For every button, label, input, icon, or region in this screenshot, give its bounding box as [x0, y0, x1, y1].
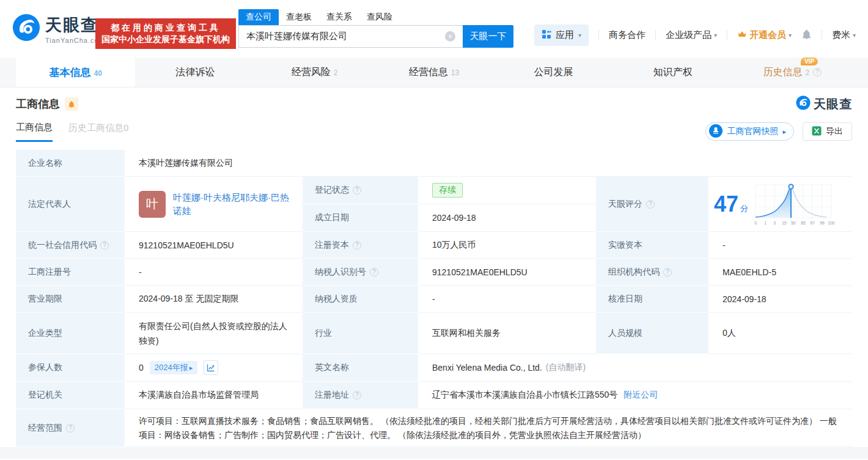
reg-address-value: 辽宁省本溪市本溪满族自治县小市镇长江路550号 [432, 390, 617, 401]
field-label: 天眼评分 ? [596, 177, 709, 232]
tab-intellectual-property[interactable]: 知识产权 [613, 58, 732, 87]
search-tab-company[interactable]: 查公司 [238, 9, 279, 25]
trend-chart-icon[interactable] [204, 360, 218, 375]
apps-menu-label: 应用 [556, 29, 574, 41]
excel-icon [812, 126, 822, 138]
stamp-icon [709, 124, 723, 139]
insured-count-cell: 0 2024年报 ▸ [125, 354, 303, 382]
taxpayer-id-value: 91210521MAE0EHLD5U [419, 259, 596, 286]
business-term-value: 2024-09-18 至 无固定期限 [125, 286, 303, 313]
table-row: 企业名称 本溪叶莲娜传媒有限公司 [16, 150, 852, 177]
reg-number-value: - [125, 259, 303, 286]
table-row: 营业期限 2024-09-18 至 无固定期限 纳税人资质 - 核准日期 202… [16, 286, 852, 313]
legal-rep-name-link[interactable]: 叶莲娜·叶夫格尼耶夫娜·巴热诺娃 [173, 191, 294, 218]
help-question-icon[interactable]: ? [370, 268, 378, 276]
business-scope-value: 许可项目：互联网直播技术服务；食品销售；食品互联网销售。 （依法须经批准的项目，… [125, 409, 852, 447]
table-row: 法定代表人 叶 叶莲娜·叶夫格尼耶夫娜·巴热诺娃 登记状态 ? 存续 [16, 177, 852, 232]
divider [655, 30, 656, 40]
tab-history-info[interactable]: 历史信息 2 VIP ? [733, 58, 852, 87]
establish-date-value: 2024-09-18 [419, 204, 596, 232]
subtab-history-business-info[interactable]: 历史工商信息0 [68, 122, 128, 141]
field-label: 企业名称 [16, 150, 125, 177]
tab-operation-risk[interactable]: 经营风险 2 [255, 58, 374, 87]
auto-translate-note: (自动翻译) [546, 362, 586, 373]
help-question-icon[interactable]: ? [663, 268, 672, 276]
help-question-icon[interactable]: ? [100, 241, 109, 250]
search-button[interactable]: 天眼一下 [463, 25, 513, 48]
tianyancha-watermark: 天眼查 [796, 95, 852, 113]
svg-text:3: 3 [773, 221, 776, 225]
top-bar: 天眼查 TianYanCha.com 都在用的商业查询工具 国家中小企业发展子基… [0, 0, 868, 58]
table-row: 登记机关 本溪满族自治县市场监督管理局 注册地址 ? 辽宁省本溪市本溪满族自治县… [16, 382, 852, 409]
monitor-bell-icon[interactable] [65, 97, 78, 111]
field-label: 成立日期 [303, 204, 419, 232]
tab-operation-info[interactable]: 经营信息 13 [374, 58, 493, 87]
logo-text: 天眼查 [45, 16, 98, 34]
search-tab-relation[interactable]: 查关系 [319, 9, 359, 25]
chevron-down-icon: ▾ [714, 32, 717, 39]
business-info-table: 企业名称 本溪叶莲娜传媒有限公司 法定代表人 叶 叶莲娜·叶夫格尼耶夫娜·巴热诺… [16, 150, 852, 447]
table-row: 统一社会信用代码 ? 91210521MAE0EHLD5U 注册资本 ? 10万… [16, 232, 852, 259]
username: 费米 [832, 29, 850, 41]
org-code-value: MAE0EHLD-5 [709, 259, 852, 286]
tab-basic-info[interactable]: 基本信息 40 [16, 58, 135, 87]
field-label: 注册资本 ? [303, 232, 419, 259]
reg-capital-value: 10万人民币 [419, 232, 596, 259]
field-label: 实缴资本 [596, 232, 709, 259]
divider [727, 30, 727, 40]
search-tab-risk[interactable]: 查风险 [359, 9, 400, 25]
search-bar: × 天眼一下 [238, 25, 513, 48]
industry-value: 互联网和相关服务 [419, 313, 596, 354]
legal-rep-avatar[interactable]: 叶 [139, 191, 166, 218]
field-label: 参保人数 [16, 354, 125, 382]
menu-business-coop[interactable]: 商务合作 [609, 29, 645, 41]
menu-upgrade-vip[interactable]: 开通会员 ▾ [737, 29, 792, 41]
field-label: 法定代表人 [16, 177, 125, 232]
divider [822, 30, 822, 40]
promo-banner: 都在用的商业查询工具 国家中小企业发展子基金旗下机构 [95, 18, 236, 49]
banner-line2: 国家中小企业发展子基金旗下机构 [101, 34, 230, 45]
menu-enterprise-products[interactable]: 企业级产品 ▾ [666, 29, 717, 41]
tianyancha-logo[interactable]: 天眼查 TianYanCha.com [12, 13, 105, 44]
user-menu[interactable]: 费米 ▾ [832, 29, 856, 41]
arrow-right-icon: ▸ [782, 128, 786, 136]
table-row: 工商注册号 - 纳税人识别号 ? 91210521MAE0EHLD5U 组织机构… [16, 259, 852, 286]
field-label: 英文名称 [303, 354, 419, 382]
nearby-companies-link[interactable]: 附近公司 [623, 390, 658, 401]
watermark-text: 天眼查 [814, 96, 852, 113]
svg-text:0: 0 [754, 221, 757, 225]
search-input[interactable] [238, 25, 463, 48]
reg-address-cell: 辽宁省本溪市本溪满族自治县小市镇长江路550号 附近公司 [419, 382, 852, 409]
help-question-icon[interactable]: ? [353, 186, 361, 195]
official-snapshot-button[interactable]: 工商官网快照 ▸ [705, 122, 794, 141]
tianyan-score-cell: 47 分 [709, 177, 852, 232]
help-question-icon[interactable]: ? [353, 391, 361, 399]
help-question-icon[interactable]: ? [813, 68, 822, 76]
tab-company-development[interactable]: 公司发展 [494, 58, 613, 87]
crown-icon [737, 30, 747, 40]
chevron-down-icon: ▾ [789, 32, 792, 39]
table-row: 参保人数 0 2024年报 ▸ 英文名称 [16, 354, 852, 382]
tab-legal-proceedings[interactable]: 法律诉讼 [135, 58, 254, 87]
field-label: 登记状态 ? [303, 177, 419, 204]
company-type-value: 有限责任公司(自然人投资或控股的法人独资) [125, 313, 303, 354]
notification-bell-icon[interactable] [801, 29, 812, 42]
field-label: 工商注册号 [16, 259, 125, 286]
apps-menu[interactable]: 应用 ▾ [534, 24, 589, 46]
annual-report-badge[interactable]: 2024年报 ▸ [150, 361, 197, 374]
english-name-cell: Benxi Yelena Media Co., Ltd. (自动翻译) [419, 354, 852, 382]
score-bell-curve-chart: 0 1 3 15 50 85 97 99 100 [752, 180, 837, 229]
help-question-icon[interactable]: ? [646, 200, 655, 209]
search-area: 查公司 查老板 查关系 查风险 × 天眼一下 [238, 10, 513, 48]
svg-text:50: 50 [791, 221, 796, 225]
arrow-right-icon: ▸ [189, 364, 193, 372]
clear-search-icon[interactable]: × [445, 31, 455, 42]
search-tab-boss[interactable]: 查老板 [279, 9, 319, 25]
section-title: 工商信息 [16, 97, 60, 111]
svg-text:97: 97 [810, 221, 815, 225]
help-question-icon[interactable]: ? [353, 241, 361, 250]
export-button[interactable]: 导出 [803, 122, 852, 141]
help-question-icon[interactable]: ? [66, 424, 75, 432]
field-label: 统一社会信用代码 ? [16, 232, 125, 259]
subtab-business-info[interactable]: 工商信息 [16, 122, 53, 142]
